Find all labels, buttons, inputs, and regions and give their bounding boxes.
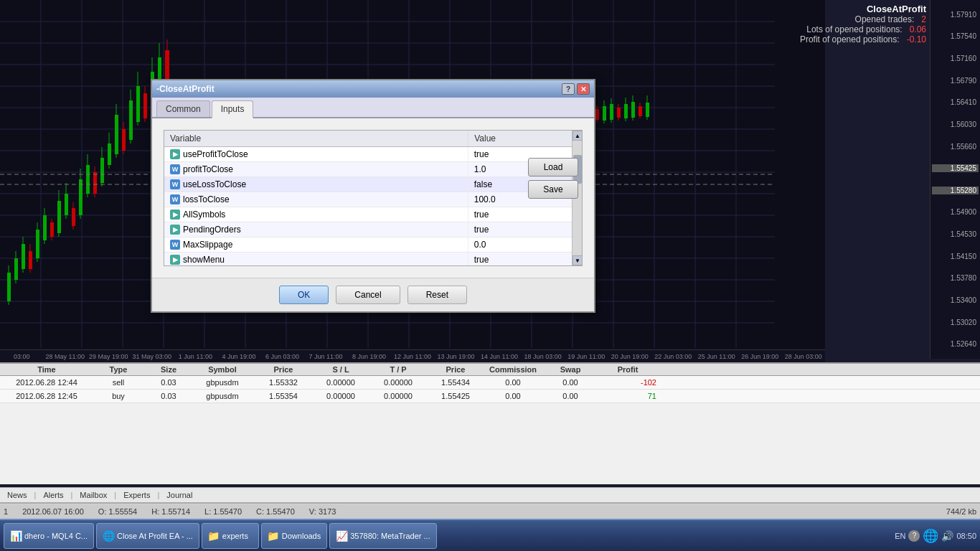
time-tick: 03:00 <box>0 353 44 360</box>
bars-count: 744/2 kb <box>946 507 976 516</box>
dialog-table: Variable Value ▶ useProfitToClose true <box>164 131 582 266</box>
table-row[interactable]: W useLossToClose false <box>164 177 582 192</box>
col-price: Price <box>255 365 312 374</box>
tab-experts[interactable]: Experts <box>120 489 154 501</box>
col-profit: Profit <box>599 365 656 374</box>
time-axis: 03:00 28 May 11:00 29 May 19:00 31 May 0… <box>0 349 825 362</box>
table-row[interactable]: ▶ useProfitToClose true <box>164 147 582 162</box>
system-icons: 🔊 <box>941 530 953 542</box>
trade-price2: 1.55425 <box>427 392 484 400</box>
time-tick: 13 Jun 19:00 <box>434 353 478 360</box>
tab-mailbox[interactable]: Mailbox <box>76 489 110 501</box>
price-axis: 1.57910 1.57540 1.57160 1.56790 1.56410 … <box>930 0 980 359</box>
scroll-up-arrow[interactable]: ▲ <box>573 131 583 141</box>
taskbar-btn-metatrader-label: 357880: MetaTrader ... <box>350 532 430 540</box>
dialog-help-button[interactable]: ? <box>562 83 575 95</box>
row-icon-green: ▶ <box>170 225 180 235</box>
time-tick: 25 Jun 11:00 <box>695 353 739 360</box>
table-row[interactable]: ▶ AllSymbols true <box>164 207 582 222</box>
trade-profit: 71 <box>599 392 656 400</box>
table-row[interactable]: W profitToClose 1.0 <box>164 162 582 177</box>
save-button[interactable]: Save <box>528 180 578 199</box>
taskbar-btn-mql4[interactable]: 📊 dhero - MQL4 C... <box>4 523 94 549</box>
price-tick: 1.57910 <box>932 11 979 19</box>
table-row[interactable]: ▶ showMenu true <box>164 253 582 267</box>
tab-news[interactable]: News <box>4 489 31 501</box>
bar-datetime: 2012.06.07 16:00 <box>22 507 84 516</box>
trade-sl: 0.00000 <box>312 378 369 387</box>
col-swap: Swap <box>542 365 599 374</box>
trade-size: 0.03 <box>147 392 190 400</box>
var-name: ▶ showMenu <box>164 253 468 266</box>
trade-time: 2012.06.28 12:45 <box>4 392 90 400</box>
trade-commission: 0.00 <box>484 392 542 400</box>
time-tick: 18 Jun 03:00 <box>521 353 565 360</box>
sys-tray: EN ? 🌐 🔊 08:50 <box>895 528 976 544</box>
var-value[interactable]: true <box>468 253 582 267</box>
load-button[interactable]: Load <box>528 158 578 176</box>
dialog: -CloseAtProfit ? ✕ Common Inputs Variabl… <box>151 79 595 313</box>
price-tick: 1.53020 <box>932 319 979 326</box>
time-tick: 20 Jun 19:00 <box>608 353 651 360</box>
price-tick: 1.56790 <box>932 77 979 85</box>
tab-inputs[interactable]: Inputs <box>212 100 254 118</box>
trade-type: buy <box>90 392 147 400</box>
taskbar-btn-closeprofit[interactable]: 🌐 Close At Profit EA - ... <box>96 523 199 549</box>
col-time: Time <box>4 365 90 374</box>
var-value[interactable]: true <box>468 222 582 237</box>
time-tick: 12 Jun 11:00 <box>391 353 435 360</box>
trade-swap: 0.00 <box>542 378 599 387</box>
trade-swap: 0.00 <box>542 392 599 400</box>
time-tick: 28 May 11:00 <box>44 353 88 360</box>
ok-button[interactable]: OK <box>279 286 329 304</box>
time-tick: 22 Jun 03:00 <box>651 353 695 360</box>
col-symbol: Symbol <box>190 365 255 374</box>
price-tick: 1.56410 <box>932 98 979 106</box>
row-icon-blue: W <box>170 179 180 189</box>
opened-trades-label: Opened trades: <box>855 14 915 24</box>
bar-close: C: 1.55470 <box>256 507 295 516</box>
reset-button[interactable]: Reset <box>407 286 467 304</box>
trade-size: 0.03 <box>147 378 190 387</box>
dialog-title: -CloseAtProfit <box>156 84 215 94</box>
table-row[interactable]: W lossToClose 100.0 <box>164 192 582 207</box>
var-name: W profitToClose <box>164 162 468 176</box>
lots-value: 0.06 <box>910 24 926 34</box>
tab-journal[interactable]: Journal <box>163 489 196 501</box>
taskbar-btn-downloads[interactable]: 📁 Downloads <box>261 523 327 549</box>
dialog-table-wrap: Variable Value ▶ useProfitToClose true <box>164 130 583 266</box>
var-name: W MaxSlippage <box>164 237 468 252</box>
taskbar-btn-experts[interactable]: 📁 experts <box>202 523 259 549</box>
cancel-button[interactable]: Cancel <box>336 286 400 304</box>
dialog-close-button[interactable]: ✕ <box>577 83 590 95</box>
tab-alerts[interactable]: Alerts <box>39 489 67 501</box>
tab-common[interactable]: Common <box>156 100 210 117</box>
var-name: W useLossToClose <box>164 177 468 192</box>
var-value[interactable]: true <box>468 207 582 222</box>
table-row[interactable]: W MaxSlippage 0.0 <box>164 237 582 253</box>
table-row: 2012.06.28 12:44 sell 0.03 gbpusdm 1.553… <box>0 376 980 390</box>
time-tick: 7 Jun 11:00 <box>304 353 348 360</box>
col-price2: Price <box>427 365 484 374</box>
scroll-down-arrow[interactable]: ▼ <box>573 255 583 265</box>
col-size: Size <box>147 365 190 374</box>
experts-icon: 📁 <box>208 530 220 542</box>
var-name: ▶ PendingOrders <box>164 222 468 237</box>
lots-label: Lots of opened positions: <box>806 24 902 34</box>
price-tick: 1.54150 <box>932 253 979 260</box>
col-type: Type <box>90 365 147 374</box>
bar-open: O: 1.55554 <box>98 507 137 516</box>
var-name: ▶ AllSymbols <box>164 207 468 222</box>
time-tick: 31 May 03:00 <box>131 353 174 360</box>
closeprofit-icon: 🌐 <box>103 530 114 542</box>
var-value[interactable]: 0.0 <box>468 237 582 253</box>
bar-high: H: 1.55714 <box>151 507 190 516</box>
taskbar-btn-metatrader[interactable]: 📈 357880: MetaTrader ... <box>329 523 437 549</box>
col-variable: Variable <box>164 131 468 147</box>
lang-indicator: EN <box>895 532 905 540</box>
row-icon-blue: W <box>170 194 180 204</box>
help-icon[interactable]: ? <box>908 530 920 542</box>
time-tick: 19 Jun 11:00 <box>565 353 608 360</box>
dialog-tabs: Common Inputs <box>152 98 594 118</box>
table-row[interactable]: ▶ PendingOrders true <box>164 222 582 237</box>
